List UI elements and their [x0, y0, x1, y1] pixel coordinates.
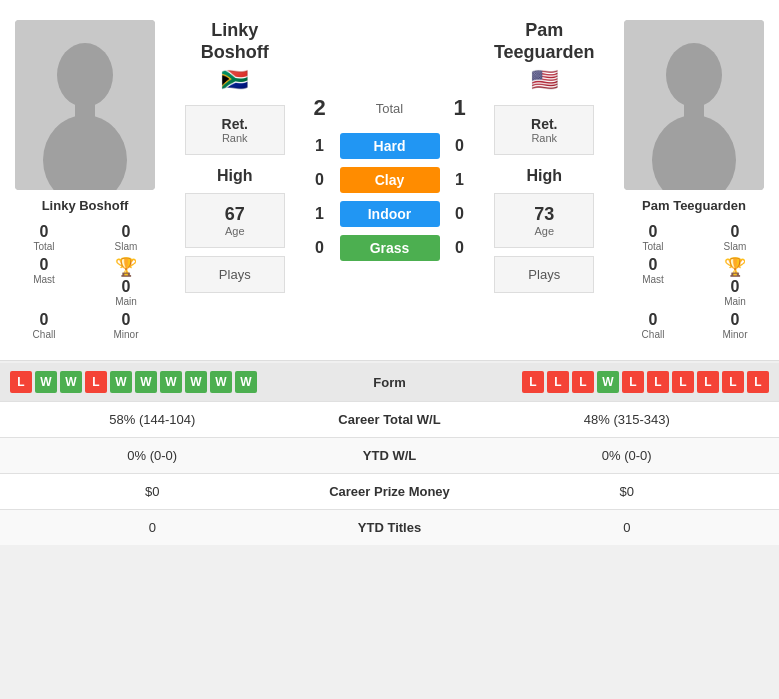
right-middle-stats: Pam Teeguarden 🇺🇸 Ret. Rank High 73 Age …	[480, 10, 610, 350]
form-badge-w: W	[60, 371, 82, 393]
left-main-value: 0	[122, 278, 131, 296]
right-main-value: 0	[731, 278, 740, 296]
left-age-box: 67 Age	[185, 193, 285, 248]
right-age-label: Age	[505, 225, 583, 237]
form-badge-w: W	[135, 371, 157, 393]
right-player-avatar	[624, 20, 764, 190]
left-plays-box: Plays	[185, 256, 285, 293]
left-total-stat: 0 Total	[5, 223, 83, 252]
ytd-titles-right: 0	[490, 520, 765, 535]
right-slam-label: Slam	[724, 241, 747, 252]
grass-badge: Grass	[340, 235, 440, 261]
player1-grass: 0	[300, 239, 340, 257]
left-mast-value: 0	[40, 256, 49, 274]
form-badge-l: L	[522, 371, 544, 393]
player1-indoor: 1	[300, 205, 340, 223]
right-plays-label: Plays	[505, 267, 583, 282]
right-slam-value: 0	[731, 223, 740, 241]
form-badge-l: L	[647, 371, 669, 393]
hard-row: 1 Hard 0	[300, 133, 480, 159]
left-player-card: Linky Boshoff 0 Total 0 Slam 0 Mast 🏆 0	[0, 10, 170, 350]
right-chall-label: Chall	[642, 329, 665, 340]
ytd-wl-row: 0% (0-0) YTD W/L 0% (0-0)	[0, 437, 779, 473]
player1-total: 2	[300, 95, 340, 121]
left-mast-stat: 0 Mast	[5, 256, 83, 307]
form-badge-w: W	[597, 371, 619, 393]
career-prize-label: Career Prize Money	[290, 484, 490, 499]
left-player-avatar	[15, 20, 155, 190]
right-mast-value: 0	[649, 256, 658, 274]
left-chall-label: Chall	[33, 329, 56, 340]
ytd-titles-label: YTD Titles	[290, 520, 490, 535]
right-age-value: 73	[505, 204, 583, 225]
form-badge-l: L	[672, 371, 694, 393]
right-total-stat: 0 Total	[614, 223, 692, 252]
career-total-label: Career Total W/L	[290, 412, 490, 427]
right-flag: 🇺🇸	[531, 67, 558, 93]
right-main-label: Main	[724, 296, 746, 307]
career-total-right: 48% (315-343)	[490, 412, 765, 427]
left-player-name: Linky Boshoff	[42, 198, 129, 213]
form-badge-w: W	[110, 371, 132, 393]
left-high-label: High	[217, 167, 253, 185]
left-middle-stats: Linky Boshoff 🇿🇦 Ret. Rank High 67 Age P…	[170, 10, 300, 350]
left-trophy-icon: 🏆	[115, 256, 137, 278]
career-total-left: 58% (144-104)	[15, 412, 290, 427]
left-mast-label: Mast	[33, 274, 55, 285]
player2-total: 1	[440, 95, 480, 121]
left-chall-value: 0	[40, 311, 49, 329]
total-row: 2 Total 1	[300, 95, 480, 121]
player1-form-badges: LWWLWWWWWW	[10, 371, 320, 393]
form-label: Form	[320, 375, 460, 390]
svg-rect-3	[75, 100, 95, 118]
left-total-label: Total	[33, 241, 54, 252]
left-trophy: 🏆 0 Main	[87, 256, 165, 307]
left-rank-box: Ret. Rank	[185, 105, 285, 155]
indoor-row: 1 Indoor 0	[300, 201, 480, 227]
form-badge-l: L	[697, 371, 719, 393]
left-slam-value: 0	[122, 223, 131, 241]
right-high-label: High	[526, 167, 562, 185]
main-container: Linky Boshoff 0 Total 0 Slam 0 Mast 🏆 0	[0, 0, 779, 545]
grass-row: 0 Grass 0	[300, 235, 480, 261]
right-total-label: Total	[642, 241, 663, 252]
player2-form-badges: LLLWLLLLLL	[460, 371, 770, 393]
form-badge-l: L	[85, 371, 107, 393]
right-player-card: Pam Teeguarden 0 Total 0 Slam 0 Mast 🏆 0	[609, 10, 779, 350]
form-badge-l: L	[10, 371, 32, 393]
left-slam-stat: 0 Slam	[87, 223, 165, 252]
svg-point-1	[57, 43, 113, 107]
form-badge-w: W	[160, 371, 182, 393]
left-total-value: 0	[40, 223, 49, 241]
ytd-wl-right: 0% (0-0)	[490, 448, 765, 463]
form-badge-w: W	[235, 371, 257, 393]
form-badge-w: W	[210, 371, 232, 393]
left-minor-value: 0	[122, 311, 131, 329]
form-badge-l: L	[622, 371, 644, 393]
career-prize-right: $0	[490, 484, 765, 499]
clay-badge: Clay	[340, 167, 440, 193]
left-main-label: Main	[115, 296, 137, 307]
player1-clay: 0	[300, 171, 340, 189]
left-slam-label: Slam	[115, 241, 138, 252]
right-trophy: 🏆 0 Main	[696, 256, 774, 307]
player-comparison: Linky Boshoff 0 Total 0 Slam 0 Mast 🏆 0	[0, 0, 779, 361]
indoor-badge: Indoor	[340, 201, 440, 227]
left-rank-value: Ret.	[196, 116, 274, 132]
clay-row: 0 Clay 1	[300, 167, 480, 193]
left-header-name: Linky Boshoff	[201, 20, 269, 63]
form-section: LWWLWWWWWW Form LLLWLLLLLL	[0, 363, 779, 401]
ytd-wl-left: 0% (0-0)	[15, 448, 290, 463]
left-rank-label: Rank	[196, 132, 274, 144]
left-age-label: Age	[196, 225, 274, 237]
right-minor-label: Minor	[722, 329, 747, 340]
total-label: Total	[340, 101, 440, 116]
left-plays-label: Plays	[196, 267, 274, 282]
left-flag: 🇿🇦	[221, 67, 248, 93]
left-chall-stat: 0 Chall	[5, 311, 83, 340]
hard-badge: Hard	[340, 133, 440, 159]
right-chall-stat: 0 Chall	[614, 311, 692, 340]
form-badge-w: W	[35, 371, 57, 393]
ytd-titles-row: 0 YTD Titles 0	[0, 509, 779, 545]
form-badge-w: W	[185, 371, 207, 393]
